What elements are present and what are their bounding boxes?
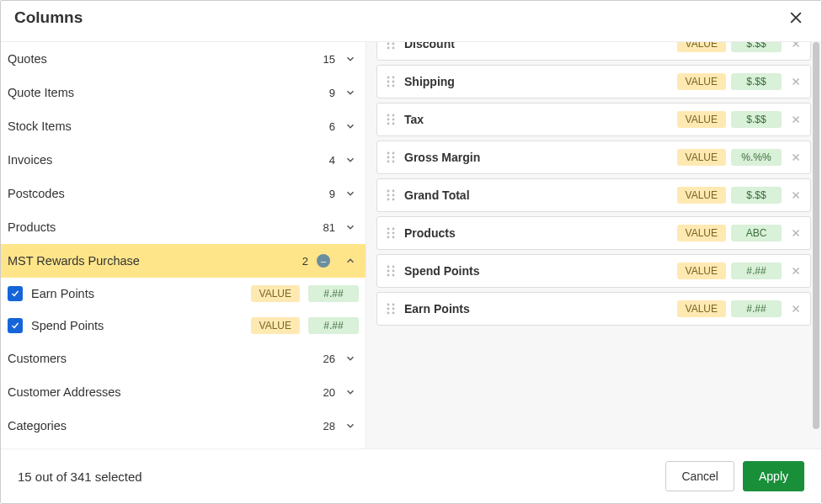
selected-column-label: Grand Total bbox=[404, 188, 677, 202]
cancel-button[interactable]: Cancel bbox=[665, 461, 734, 491]
group-row-mst[interactable]: MST Rewards Purchase2– bbox=[1, 244, 366, 278]
remove-column-button[interactable] bbox=[790, 151, 802, 163]
remove-column-button[interactable] bbox=[790, 114, 802, 125]
svg-point-12 bbox=[387, 114, 390, 117]
svg-point-15 bbox=[392, 119, 395, 121]
selected-column-tags: VALUE$.$$ bbox=[677, 42, 782, 52]
group-row-quote_items[interactable]: Quote Items9 bbox=[1, 76, 366, 109]
group-row-customer_addresses[interactable]: Customer Addresses20 bbox=[1, 375, 366, 409]
drag-handle-icon[interactable] bbox=[386, 302, 396, 316]
close-icon bbox=[787, 9, 804, 26]
chevron-up-icon[interactable] bbox=[344, 255, 357, 267]
deselect-all-icon[interactable]: – bbox=[317, 254, 330, 268]
format-badge: #.## bbox=[308, 317, 359, 334]
checkbox[interactable] bbox=[8, 286, 23, 301]
svg-point-30 bbox=[387, 228, 390, 231]
group-count: 9 bbox=[329, 87, 335, 99]
group-row-postcodes[interactable]: Postcodes9 bbox=[1, 177, 366, 210]
selected-column-row[interactable]: Spend PointsVALUE#.## bbox=[376, 254, 811, 288]
scrollbar-track[interactable] bbox=[813, 42, 819, 448]
format-badge[interactable]: #.## bbox=[731, 263, 782, 279]
svg-point-27 bbox=[392, 194, 395, 197]
svg-point-11 bbox=[392, 85, 395, 88]
remove-column-button[interactable] bbox=[790, 227, 802, 239]
group-row-quotes[interactable]: Quotes15 bbox=[1, 42, 366, 76]
selected-columns-pane[interactable]: DiscountVALUE$.$$ShippingVALUE$.$$TaxVAL… bbox=[366, 42, 821, 448]
column-option[interactable]: Earn PointsVALUE#.## bbox=[1, 278, 366, 310]
svg-point-36 bbox=[387, 266, 390, 268]
group-row-invoices[interactable]: Invoices4 bbox=[1, 143, 366, 177]
format-badge[interactable]: $.$$ bbox=[731, 187, 782, 204]
drag-handle-icon[interactable] bbox=[386, 113, 396, 126]
remove-column-button[interactable] bbox=[790, 189, 802, 201]
remove-column-button[interactable] bbox=[790, 303, 802, 315]
selected-column-row[interactable]: DiscountVALUE$.$$ bbox=[376, 42, 811, 61]
svg-point-41 bbox=[392, 274, 395, 277]
drag-handle-icon[interactable] bbox=[386, 264, 396, 278]
remove-column-button[interactable] bbox=[790, 265, 802, 277]
svg-point-40 bbox=[387, 274, 390, 277]
group-label: Products bbox=[8, 220, 323, 234]
chevron-down-icon[interactable] bbox=[344, 53, 357, 65]
checkbox[interactable] bbox=[8, 318, 23, 333]
chevron-down-icon[interactable] bbox=[344, 87, 357, 98]
scrollbar-thumb[interactable] bbox=[813, 42, 819, 429]
column-option[interactable]: Spend PointsVALUE#.## bbox=[1, 310, 366, 342]
group-count: 20 bbox=[323, 386, 335, 399]
svg-point-2 bbox=[387, 43, 390, 45]
selected-column-row[interactable]: ShippingVALUE$.$$ bbox=[376, 65, 811, 98]
svg-point-3 bbox=[392, 43, 395, 45]
chevron-down-icon[interactable] bbox=[344, 120, 357, 132]
type-badge[interactable]: VALUE bbox=[677, 187, 726, 204]
group-label: MST Rewards Purchase bbox=[8, 254, 302, 268]
format-badge[interactable]: $.$$ bbox=[731, 111, 782, 128]
selection-status: 15 out of 341 selected bbox=[18, 470, 142, 484]
svg-point-45 bbox=[392, 308, 395, 310]
group-row-customers[interactable]: Customers26 bbox=[1, 342, 366, 375]
type-badge[interactable]: VALUE bbox=[677, 149, 726, 166]
apply-button[interactable]: Apply bbox=[743, 461, 804, 491]
svg-point-44 bbox=[387, 308, 390, 310]
type-badge[interactable]: VALUE bbox=[677, 263, 726, 279]
type-badge[interactable]: VALUE bbox=[677, 42, 726, 52]
chevron-down-icon[interactable] bbox=[344, 353, 357, 364]
format-badge[interactable]: #.## bbox=[731, 300, 782, 317]
chevron-down-icon[interactable] bbox=[344, 188, 357, 199]
selected-column-row[interactable]: ProductsVALUEABC bbox=[376, 216, 811, 250]
group-count: 15 bbox=[323, 53, 335, 66]
chevron-down-icon[interactable] bbox=[344, 386, 357, 398]
svg-point-20 bbox=[387, 157, 390, 159]
drag-handle-icon[interactable] bbox=[386, 151, 396, 164]
drag-handle-icon[interactable] bbox=[386, 188, 396, 202]
type-badge[interactable]: VALUE bbox=[677, 73, 726, 90]
svg-point-14 bbox=[387, 119, 390, 121]
format-badge[interactable]: $.$$ bbox=[731, 73, 782, 90]
type-badge[interactable]: VALUE bbox=[677, 111, 726, 128]
selected-column-label: Spend Points bbox=[404, 264, 677, 278]
svg-point-23 bbox=[392, 161, 395, 163]
selected-column-row[interactable]: TaxVALUE$.$$ bbox=[376, 103, 811, 136]
group-row-products[interactable]: Products81 bbox=[1, 210, 366, 244]
chevron-down-icon[interactable] bbox=[344, 420, 357, 432]
selected-column-row[interactable]: Earn PointsVALUE#.## bbox=[376, 292, 811, 326]
close-button[interactable] bbox=[784, 6, 808, 29]
chevron-down-icon[interactable] bbox=[344, 221, 357, 233]
chevron-down-icon[interactable] bbox=[344, 154, 357, 166]
remove-column-button[interactable] bbox=[790, 76, 802, 88]
group-label: Quote Items bbox=[8, 86, 329, 99]
group-count: 6 bbox=[329, 120, 335, 133]
format-badge[interactable]: ABC bbox=[731, 225, 782, 241]
group-row-stock_items[interactable]: Stock Items6 bbox=[1, 109, 366, 143]
drag-handle-icon[interactable] bbox=[386, 75, 396, 88]
available-columns-pane[interactable]: Quotes15Quote Items9Stock Items6Invoices… bbox=[1, 42, 366, 448]
selected-column-row[interactable]: Grand TotalVALUE$.$$ bbox=[376, 178, 811, 212]
drag-handle-icon[interactable] bbox=[386, 226, 396, 240]
format-badge[interactable]: $.$$ bbox=[731, 42, 782, 52]
type-badge[interactable]: VALUE bbox=[677, 225, 726, 241]
format-badge[interactable]: %.%% bbox=[731, 149, 782, 166]
group-row-categories[interactable]: Categories28 bbox=[1, 409, 366, 443]
remove-column-button[interactable] bbox=[790, 42, 802, 50]
drag-handle-icon[interactable] bbox=[386, 42, 396, 50]
type-badge[interactable]: VALUE bbox=[677, 300, 726, 317]
selected-column-row[interactable]: Gross MarginVALUE%.%% bbox=[376, 141, 811, 174]
